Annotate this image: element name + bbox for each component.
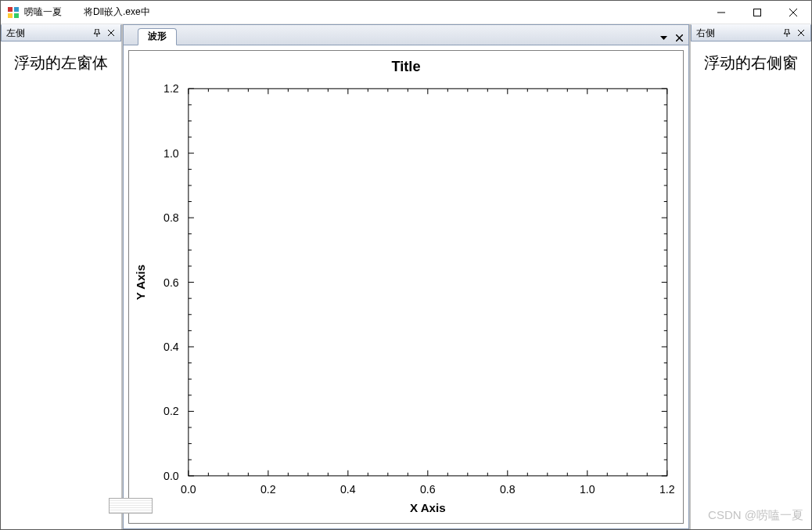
svg-text:1.2: 1.2	[659, 483, 675, 496]
svg-text:0.2: 0.2	[163, 405, 179, 417]
svg-text:0.0: 0.0	[163, 470, 179, 482]
svg-rect-2	[8, 13, 13, 18]
minimize-button[interactable]	[703, 1, 739, 24]
left-panel-header[interactable]: 左侧	[1, 24, 121, 41]
tab-menu-icon[interactable]	[657, 32, 670, 45]
svg-text:0.4: 0.4	[163, 341, 179, 353]
svg-text:0.0: 0.0	[181, 483, 196, 496]
maximize-button[interactable]	[739, 1, 775, 24]
pin-icon[interactable]	[91, 27, 103, 39]
svg-text:0.4: 0.4	[340, 483, 356, 496]
app-icon	[7, 6, 20, 19]
pin-icon[interactable]	[781, 27, 793, 39]
svg-text:Title: Title	[391, 59, 420, 74]
tab-close-icon[interactable]	[673, 32, 685, 45]
svg-text:X Axis: X Axis	[410, 501, 446, 514]
app-window: 唠嗑一夏 将Dll嵌入.exe中 左侧 浮动的左窗体	[0, 0, 812, 530]
chart-plot: Title0.00.20.40.60.81.01.20.00.20.40.60.…	[129, 51, 683, 523]
right-panel: 右侧 浮动的右侧窗	[690, 24, 811, 529]
close-icon[interactable]	[105, 27, 117, 39]
document-area: 波形 Title0.00.20.40.60.81.01.20.00.20.40.…	[122, 24, 690, 529]
right-panel-body: 浮动的右侧窗	[691, 41, 811, 529]
right-panel-title: 右侧	[696, 27, 779, 40]
chart-container[interactable]: Title0.00.20.40.60.81.01.20.00.20.40.60.…	[128, 50, 684, 524]
client-area: 左侧 浮动的左窗体 波形	[1, 24, 811, 529]
svg-text:1.2: 1.2	[163, 82, 179, 95]
svg-rect-0	[8, 7, 13, 12]
left-panel-body: 浮动的左窗体	[1, 41, 121, 529]
svg-text:1.0: 1.0	[580, 483, 595, 496]
svg-text:0.8: 0.8	[163, 211, 179, 224]
window-title-2: 将Dll嵌入.exe中	[84, 5, 150, 19]
titlebar[interactable]: 唠嗑一夏 将Dll嵌入.exe中	[1, 1, 811, 24]
document-body: Title0.00.20.40.60.81.01.20.00.20.40.60.…	[123, 45, 689, 529]
svg-rect-1	[14, 7, 19, 12]
tabstrip: 波形	[123, 24, 689, 45]
close-icon[interactable]	[795, 27, 807, 39]
drag-strip[interactable]	[109, 498, 153, 514]
svg-rect-5	[754, 9, 761, 16]
svg-rect-13	[189, 88, 667, 476]
svg-text:0.8: 0.8	[500, 483, 516, 496]
svg-text:0.2: 0.2	[260, 483, 276, 496]
close-button[interactable]	[775, 1, 811, 24]
tab-waveform[interactable]: 波形	[138, 28, 177, 45]
left-panel-title: 左侧	[6, 27, 89, 40]
svg-rect-3	[14, 13, 19, 18]
svg-text:1.0: 1.0	[163, 147, 179, 160]
left-panel: 左侧 浮动的左窗体	[1, 24, 122, 529]
svg-text:0.6: 0.6	[420, 483, 436, 496]
window-title-1: 唠嗑一夏	[24, 5, 84, 19]
tab-label: 波形	[148, 30, 167, 43]
svg-text:0.6: 0.6	[163, 276, 179, 288]
svg-text:Y Axis: Y Axis	[134, 265, 147, 300]
right-panel-header[interactable]: 右侧	[691, 24, 811, 41]
